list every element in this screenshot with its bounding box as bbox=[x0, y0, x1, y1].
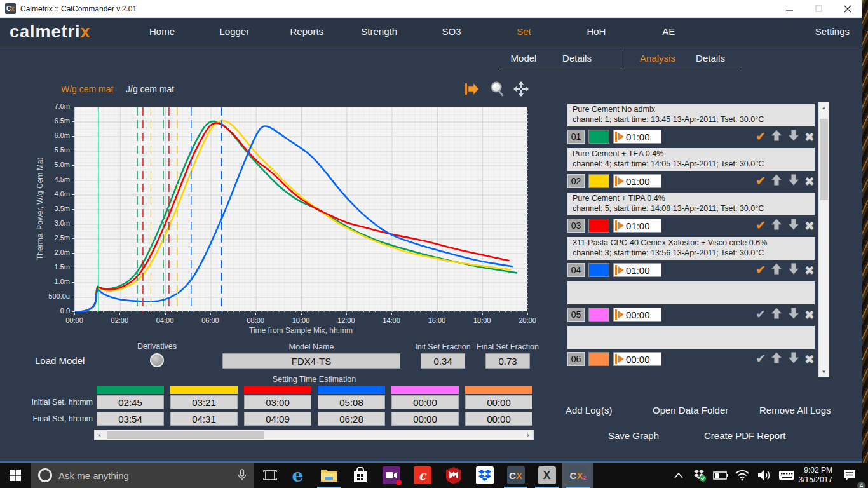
ignore-time-field[interactable]: 01:00 bbox=[613, 130, 661, 144]
subtab-details-1[interactable]: Details bbox=[562, 53, 592, 64]
log-move-down-button[interactable] bbox=[787, 262, 800, 278]
log-move-down-button[interactable] bbox=[787, 351, 800, 367]
taskbar-app-x-app[interactable]: X bbox=[531, 463, 562, 488]
log-remove-button[interactable]: ✖ bbox=[804, 174, 815, 189]
log-color-swatch[interactable] bbox=[588, 130, 609, 144]
taskbar-app-red-c-app[interactable]: c bbox=[407, 463, 438, 488]
close-button[interactable] bbox=[833, 0, 862, 17]
init-set-fraction-field[interactable]: 0.34 bbox=[421, 353, 465, 369]
initial-set-value[interactable]: 00:00 bbox=[391, 395, 459, 409]
log-check-button[interactable]: ✔ bbox=[756, 264, 766, 276]
log-move-up-button[interactable] bbox=[770, 262, 783, 278]
log-check-button[interactable]: ✔ bbox=[756, 308, 766, 321]
nav-item-ae[interactable]: AE bbox=[662, 26, 675, 37]
taskbar-clock[interactable]: 9:02 PM 3/15/2017 bbox=[793, 463, 832, 488]
log-move-up-button[interactable] bbox=[770, 351, 783, 367]
ignore-time-field[interactable]: 00:00 bbox=[613, 352, 661, 366]
final-set-value[interactable]: 00:00 bbox=[465, 412, 532, 426]
scroll-right-button[interactable]: › bbox=[523, 430, 533, 440]
nav-item-reports[interactable]: Reports bbox=[290, 26, 324, 37]
initial-set-value[interactable]: 03:00 bbox=[244, 395, 311, 409]
start-button[interactable] bbox=[0, 463, 31, 488]
add-logs-button[interactable]: Add Log(s) bbox=[566, 405, 612, 416]
log-description[interactable] bbox=[567, 281, 815, 304]
cortana-search-input[interactable]: Ask me anything bbox=[31, 463, 254, 488]
log-move-down-button[interactable] bbox=[787, 129, 800, 144]
dropbox-tray-icon[interactable] bbox=[689, 463, 710, 488]
taskbar-app-file-explorer[interactable] bbox=[313, 463, 344, 488]
log-remove-button[interactable]: ✖ bbox=[804, 219, 815, 233]
taskbar-app-calcommander-2[interactable]: CX2 bbox=[562, 463, 593, 488]
load-model-button[interactable]: Load Model bbox=[35, 355, 85, 366]
nav-item-hoh[interactable]: HoH bbox=[587, 26, 606, 37]
microphone-icon[interactable] bbox=[238, 469, 247, 482]
taskbar-app-calcommander[interactable]: CX bbox=[500, 463, 531, 488]
volume-icon[interactable] bbox=[754, 463, 775, 488]
action-center-button[interactable]: 4 bbox=[837, 463, 862, 488]
log-color-swatch[interactable] bbox=[588, 263, 609, 277]
final-set-value[interactable]: 04:09 bbox=[244, 412, 311, 426]
log-description[interactable]: Pure Cement No admixchannel: 1; start ti… bbox=[567, 104, 815, 126]
taskbar-app-mcafee[interactable] bbox=[438, 463, 469, 488]
log-color-swatch[interactable] bbox=[588, 174, 609, 188]
log-check-button[interactable]: ✔ bbox=[756, 175, 766, 187]
tab-jg-cem-mat[interactable]: J/g cem mat bbox=[126, 84, 174, 94]
battery-icon[interactable] bbox=[710, 463, 731, 488]
nav-item-logger[interactable]: Logger bbox=[220, 26, 250, 37]
subtab-details-3[interactable]: Details bbox=[696, 53, 725, 64]
log-description[interactable]: Pure Cement + TEA 0.4%channel: 4; start … bbox=[567, 148, 815, 171]
initial-set-value[interactable]: 02:45 bbox=[97, 395, 164, 409]
ignore-time-field[interactable]: 01:00 bbox=[613, 174, 661, 188]
final-set-value[interactable]: 03:54 bbox=[97, 412, 164, 426]
maximize-button[interactable] bbox=[804, 0, 833, 17]
log-color-swatch[interactable] bbox=[588, 308, 609, 322]
taskbar-app-camera-app[interactable] bbox=[376, 463, 407, 488]
scroll-down-button[interactable]: ▼ bbox=[819, 367, 829, 377]
minimize-button[interactable] bbox=[775, 0, 804, 17]
log-move-up-button[interactable] bbox=[770, 218, 783, 233]
log-remove-button[interactable]: ✖ bbox=[804, 308, 815, 322]
ignore-time-field[interactable]: 01:00 bbox=[613, 219, 661, 233]
log-scrollbar[interactable]: ▲ ▼ bbox=[818, 102, 829, 377]
scroll-thumb[interactable] bbox=[820, 119, 828, 200]
nav-item-settings[interactable]: Settings bbox=[815, 26, 850, 37]
log-remove-button[interactable]: ✖ bbox=[804, 263, 815, 278]
nav-item-strength[interactable]: Strength bbox=[361, 26, 397, 37]
log-check-button[interactable]: ✔ bbox=[756, 353, 766, 365]
create-pdf-report-button[interactable]: Create PDF Report bbox=[704, 430, 785, 441]
nav-item-so3[interactable]: SO3 bbox=[442, 26, 461, 37]
log-move-down-button[interactable] bbox=[787, 173, 800, 189]
wifi-icon[interactable] bbox=[732, 463, 752, 488]
scroll-up-button[interactable]: ▲ bbox=[819, 102, 829, 112]
remove-all-logs-button[interactable]: Remove All Logs bbox=[759, 405, 831, 416]
log-move-up-button[interactable] bbox=[770, 307, 783, 322]
taskbar-app-dropbox[interactable] bbox=[469, 463, 500, 488]
final-set-value[interactable]: 06:28 bbox=[318, 412, 385, 426]
log-check-button[interactable]: ✔ bbox=[756, 130, 766, 143]
log-remove-button[interactable]: ✖ bbox=[804, 130, 815, 144]
goto-time-icon[interactable] bbox=[463, 80, 480, 98]
log-remove-button[interactable]: ✖ bbox=[804, 352, 815, 367]
chevron-up-icon[interactable] bbox=[668, 463, 689, 488]
final-set-value[interactable]: 00:00 bbox=[391, 412, 459, 426]
scroll-left-button[interactable]: ‹ bbox=[95, 430, 105, 440]
log-move-up-button[interactable] bbox=[770, 173, 783, 189]
log-description[interactable]: 311-Pasta CPC-40 Cemex Xalostoc + Visco … bbox=[567, 237, 815, 260]
subtab-analysis-2[interactable]: Analysis bbox=[640, 53, 675, 64]
task-view-button[interactable] bbox=[254, 463, 285, 488]
taskbar-app-store[interactable] bbox=[344, 463, 376, 488]
subtab-model-0[interactable]: Model bbox=[511, 53, 537, 64]
chart-h-scrollbar[interactable]: ‹ › bbox=[94, 430, 534, 440]
ignore-time-field[interactable]: 00:00 bbox=[613, 308, 661, 322]
log-color-swatch[interactable] bbox=[588, 219, 609, 233]
save-graph-button[interactable]: Save Graph bbox=[608, 430, 659, 441]
zoom-icon[interactable] bbox=[488, 80, 506, 98]
taskbar-app-edge[interactable]: e bbox=[282, 463, 313, 488]
log-check-button[interactable]: ✔ bbox=[756, 219, 766, 232]
log-move-down-button[interactable] bbox=[787, 307, 800, 322]
pan-icon[interactable] bbox=[512, 80, 530, 98]
final-set-fraction-field[interactable]: 0.73 bbox=[485, 353, 530, 369]
log-description[interactable]: Pure Cement + TIPA 0.4%channel: 5; start… bbox=[567, 193, 815, 215]
initial-set-value[interactable]: 05:08 bbox=[318, 395, 385, 409]
thermal-power-plot[interactable] bbox=[74, 107, 527, 311]
